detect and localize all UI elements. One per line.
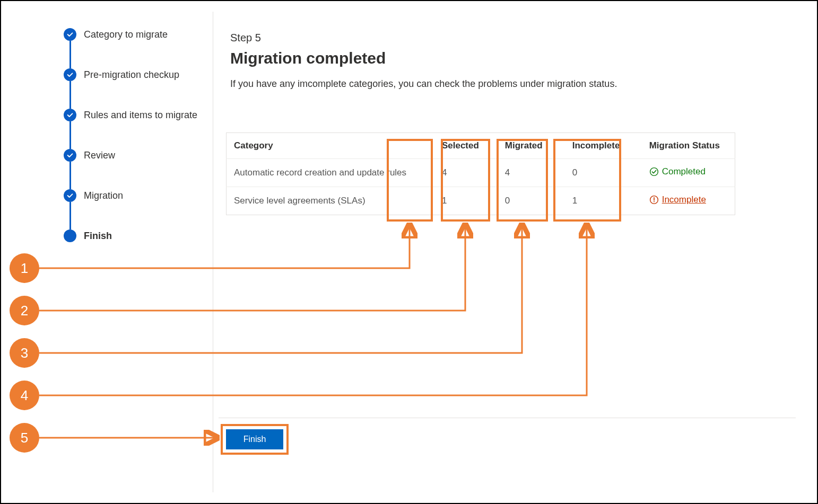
step-label: Migration (84, 190, 123, 201)
status-label: Incomplete (662, 194, 706, 205)
success-icon (649, 167, 659, 176)
step-label: Pre-migration checkup (84, 69, 179, 81)
table-row: Service level agreements (SLAs) 1 0 1 In… (227, 187, 735, 215)
status-incomplete-link[interactable]: Incomplete (649, 194, 706, 205)
cell-migrated: 0 (500, 187, 567, 215)
step-rules-and-items[interactable]: Rules and items to migrate (64, 108, 202, 122)
cell-status: Completed (644, 159, 735, 187)
step-kicker: Step 5 (230, 32, 796, 44)
cell-category: Service level agreements (SLAs) (227, 187, 437, 215)
check-icon (64, 149, 76, 162)
migration-results-table: Category Selected Migrated Incomplete Mi… (226, 132, 735, 215)
cell-status: Incomplete (644, 187, 735, 215)
col-header-selected: Selected (437, 133, 500, 159)
wizard-stepper: Category to migrate Pre-migration checku… (64, 28, 202, 243)
step-category-to-migrate[interactable]: Category to migrate (64, 28, 202, 41)
status-completed: Completed (649, 166, 706, 177)
col-header-migrated: Migrated (500, 133, 567, 159)
main-content: Step 5 Migration completed If you have a… (230, 32, 796, 100)
callout-badge-5: 5 (10, 423, 39, 453)
svg-point-3 (654, 201, 655, 202)
table-row: Automatic record creation and update rul… (227, 159, 735, 187)
step-label: Rules and items to migrate (84, 110, 197, 121)
cell-migrated: 4 (500, 159, 567, 187)
table-header-row: Category Selected Migrated Incomplete Mi… (227, 133, 735, 159)
step-label: Review (84, 150, 115, 161)
step-review[interactable]: Review (64, 148, 202, 162)
callout-badge-3: 3 (10, 338, 39, 368)
callout-badge-2: 2 (10, 296, 39, 325)
col-header-incomplete: Incomplete (567, 133, 644, 159)
step-pre-migration-checkup[interactable]: Pre-migration checkup (64, 68, 202, 82)
col-header-status: Migration Status (644, 133, 735, 159)
check-icon (64, 189, 76, 202)
page-title: Migration completed (230, 49, 796, 67)
cell-incomplete: 1 (567, 187, 644, 215)
status-label: Completed (662, 166, 706, 177)
callout-badge-1: 1 (10, 253, 39, 283)
step-migration[interactable]: Migration (64, 189, 202, 202)
dot-icon (64, 229, 76, 242)
cell-selected: 1 (437, 187, 500, 215)
vertical-divider (213, 12, 213, 492)
cell-incomplete: 0 (567, 159, 644, 187)
callout-badge-4: 4 (10, 381, 39, 410)
warning-icon (649, 195, 659, 205)
svg-point-0 (650, 168, 658, 176)
step-finish[interactable]: Finish (64, 229, 202, 243)
col-header-category: Category (227, 133, 437, 159)
check-icon (64, 109, 76, 121)
cell-selected: 4 (437, 159, 500, 187)
page-description: If you have any imcomplete categories, y… (230, 77, 644, 91)
check-icon (64, 68, 76, 81)
footer-divider (219, 418, 796, 418)
finish-button[interactable]: Finish (226, 429, 283, 449)
step-label: Finish (84, 231, 112, 242)
app-frame: Category to migrate Pre-migration checku… (0, 0, 818, 504)
cell-category: Automatic record creation and update rul… (227, 159, 437, 187)
check-icon (64, 28, 76, 41)
step-label: Category to migrate (84, 29, 168, 40)
